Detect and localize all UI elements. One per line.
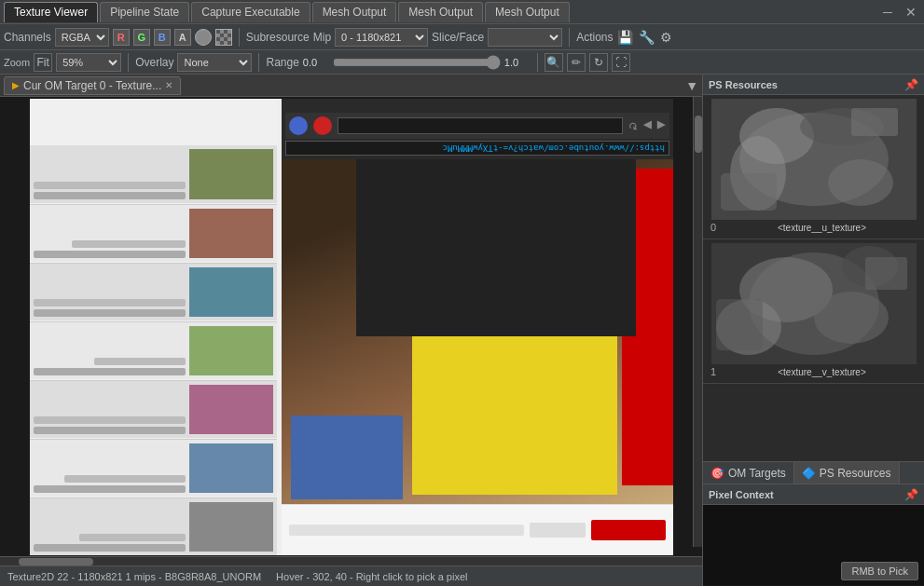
yt-shirt — [291, 416, 403, 499]
yt-title-bar — [289, 525, 524, 536]
texture-list: 0 <texture__u_texture> — [703, 95, 924, 461]
ps-resources-header: PS Resources 📌 — [703, 75, 924, 95]
yt-sidebar-item-6 — [30, 204, 277, 262]
rmb-pick-button[interactable]: RMB to Pick — [841, 562, 918, 580]
tab-mesh-output-1-label: Mesh Output — [323, 6, 387, 19]
yt-info-bar9 — [34, 309, 186, 317]
mip-label: Mip — [313, 31, 331, 44]
pixel-context-header: Pixel Context 📌 — [703, 484, 924, 505]
texture-0-name: <texture__u_texture> — [727, 223, 917, 233]
yt-info-bar13 — [34, 192, 186, 199]
separator-5 — [537, 53, 538, 72]
viewport-vscrollbar[interactable] — [693, 97, 702, 547]
expand-button[interactable]: ⛶ — [612, 53, 630, 72]
tab-texture-viewer-label: Texture Viewer — [14, 6, 88, 19]
browser-nav: ◀ ▶ ↻ — [285, 113, 669, 139]
color-pick-button[interactable]: ✏ — [567, 53, 586, 72]
overlay-select[interactable]: None — [177, 53, 252, 72]
refresh-button[interactable]: ↻ — [589, 53, 608, 72]
tab-mesh-output-2-label: Mesh Output — [408, 6, 473, 19]
browser-bar: https://www.youtube.com/watch?v=-tTXywMM… — [282, 99, 673, 159]
yt-main: https://www.youtube.com/watch?v=-tTXywMM… — [282, 99, 673, 555]
texture-1-label-row: 1 <texture__v_texture> — [707, 364, 920, 379]
slice-face-select[interactable] — [488, 28, 562, 47]
minimize-button[interactable]: ─ — [879, 5, 896, 20]
browser-refresh-icon: ↻ — [628, 119, 638, 132]
window-controls: ─ ✕ — [879, 5, 920, 20]
yt-info-1 — [34, 502, 186, 552]
yt-video — [282, 150, 673, 504]
pixel-context-pin-icon[interactable]: 📌 — [904, 488, 918, 501]
texture-viewport[interactable]: https://www.youtube.com/watch?v=-tTXywMM… — [0, 97, 702, 556]
tab-pipeline-state-label: Pipeline State — [110, 6, 179, 19]
sub-tab-bar: ▶ Cur OM Target 0 - Texture... ✕ ▼ — [0, 75, 702, 97]
range-slider[interactable] — [333, 55, 501, 70]
yt-info-5 — [34, 267, 186, 317]
pin-icon[interactable]: 📌 — [904, 78, 918, 91]
mip-select[interactable]: 0 - 1180x821 — [335, 28, 428, 47]
yt-info-bar10 — [34, 299, 186, 307]
tab-mesh-output-3[interactable]: Mesh Output — [485, 2, 570, 22]
overlay-label: Overlay — [135, 56, 173, 69]
yt-info-bar — [34, 544, 186, 552]
texture-1-name: <texture__v_texture> — [727, 367, 917, 377]
yt-laptop — [356, 150, 636, 336]
g-channel-button[interactable]: G — [133, 29, 150, 46]
texture-1-svg — [711, 243, 917, 364]
tab-pipeline-state[interactable]: Pipeline State — [100, 2, 189, 22]
options-button[interactable]: ⚙ — [659, 29, 673, 46]
pixel-context-title: Pixel Context — [709, 489, 774, 500]
yt-sidebar-item-2 — [30, 439, 277, 497]
om-targets-icon: 🎯 — [710, 467, 724, 480]
viewport-row: https://www.youtube.com/watch?v=-tTXywMM… — [0, 97, 702, 556]
yt-top-bar — [282, 504, 673, 555]
separator-2 — [569, 28, 570, 47]
r-channel-button[interactable]: R — [113, 29, 130, 46]
settings-button[interactable]: 🔧 — [638, 29, 655, 46]
texture-item-1[interactable]: 1 <texture__v_texture> — [703, 239, 924, 384]
tab-om-targets[interactable]: 🎯 OM Targets — [703, 462, 794, 484]
sub-tab-pin[interactable]: ▼ — [685, 78, 698, 93]
vscrollbar-thumb — [695, 116, 702, 153]
yt-thumb-7 — [189, 149, 273, 199]
b-channel-button[interactable]: B — [154, 29, 171, 46]
close-button[interactable]: ✕ — [902, 5, 920, 20]
toolbar-row-1: Channels RGBA R G B A Subresource Mip 0 … — [0, 24, 924, 50]
svg-rect-15 — [865, 257, 907, 290]
sub-tab-icon: ▶ — [12, 80, 20, 90]
range-label: Range — [266, 56, 298, 69]
tab-mesh-output-1[interactable]: Mesh Output — [312, 2, 397, 22]
browser-yt-icon — [313, 116, 332, 135]
zoom-percent-select[interactable]: 59% — [56, 53, 121, 72]
channels-select[interactable]: RGBA — [55, 28, 109, 47]
yt-info-6 — [34, 209, 186, 258]
texture-item-0[interactable]: 0 <texture__u_texture> — [703, 95, 924, 239]
tab-ps-resources[interactable]: 🔷 PS Resources — [794, 462, 900, 484]
tab-mesh-output-2[interactable]: Mesh Output — [398, 2, 483, 22]
viewport-hscrollbar[interactable] — [0, 556, 702, 566]
texture-0-index: 0 — [710, 222, 724, 233]
texture-0-svg — [711, 99, 917, 220]
sub-tab-close[interactable]: ✕ — [165, 80, 172, 90]
subresource-label: Subresource — [246, 31, 310, 44]
zoom-fit-label: Fit — [36, 56, 48, 69]
actions-label: Actions — [576, 31, 613, 44]
yt-sidebar-item-5 — [30, 263, 277, 320]
zoom-mag-button[interactable]: 🔍 — [545, 53, 563, 72]
tab-texture-viewer[interactable]: Texture Viewer — [4, 2, 98, 22]
zoom-bar: Zoom Fit 59% Overlay None Range 0.0 1.0 … — [0, 50, 924, 75]
sub-tab-cur-om[interactable]: ▶ Cur OM Target 0 - Texture... ✕ — [4, 76, 181, 95]
range-min: 0.0 — [303, 57, 329, 68]
ps-resources-icon: 🔷 — [802, 467, 816, 480]
yt-info-bar7 — [34, 368, 186, 375]
yt-info-4 — [34, 326, 186, 375]
yt-info-bar2 — [78, 534, 185, 541]
texture-content: https://www.youtube.com/watch?v=-tTXywMM… — [30, 99, 673, 555]
yt-info-bar12 — [71, 240, 185, 248]
save-button[interactable]: 💾 — [616, 29, 634, 46]
tab-capture-executable[interactable]: Capture Executable — [191, 2, 310, 22]
slice-face-label: Slice/Face — [432, 31, 484, 44]
zoom-fit-button[interactable]: Fit — [34, 53, 52, 72]
range-max: 1.0 — [504, 57, 531, 68]
a-channel-button[interactable]: A — [174, 29, 191, 46]
